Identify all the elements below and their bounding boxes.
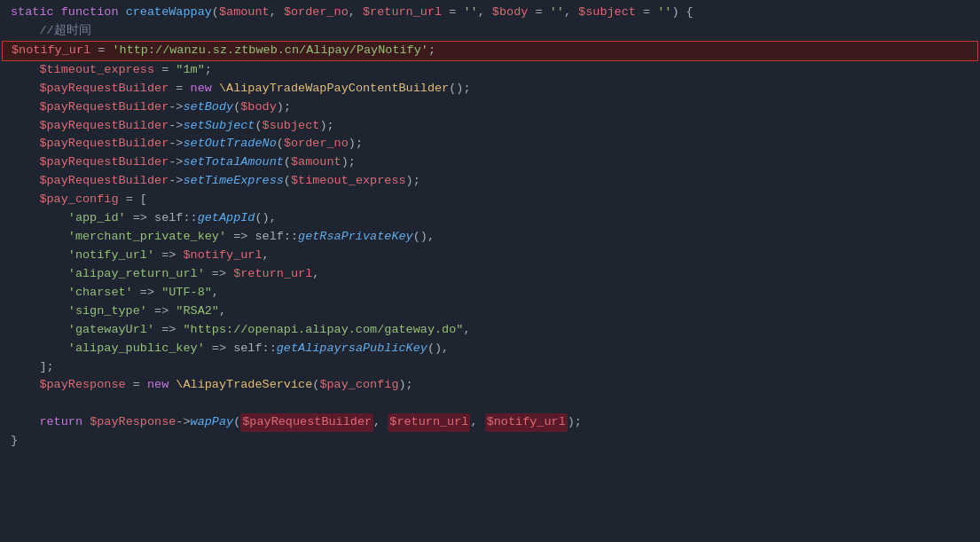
code-line-14: 'notify_url' => $notify_url, xyxy=(0,247,980,265)
code-line-19: 'alipay_public_key' => self::getAlipayrs… xyxy=(0,340,980,358)
highlighted-arg-1: $payRequestBuilder xyxy=(240,413,373,432)
code-line-5: $payRequestBuilder = new \AlipayTradeWap… xyxy=(0,80,980,98)
code-line-21: $payResponse = new \AlipayTradeService($… xyxy=(0,376,980,395)
code-line-13: 'merchant_private_key' => self::getRsaPr… xyxy=(0,228,980,247)
code-line-16: 'charset' => "UTF-8", xyxy=(0,284,980,302)
highlighted-arg-2: $return_url xyxy=(388,413,470,432)
function-name: createWappay xyxy=(126,4,212,22)
code-line-11: $pay_config = [ xyxy=(0,191,980,209)
highlighted-arg-3: $notify_url xyxy=(485,413,568,432)
code-line-6: $payRequestBuilder->setBody($body); xyxy=(0,98,980,117)
keyword-function: function xyxy=(61,4,126,22)
code-line-24: } xyxy=(0,432,980,451)
code-line-2: //超时间 xyxy=(0,22,980,41)
code-line-17: 'sign_type' => "RSA2", xyxy=(0,302,980,321)
code-line-15: 'alipay_return_url' => $return_url, xyxy=(0,265,980,284)
code-line-10: $payRequestBuilder->setTimeExpress($time… xyxy=(0,172,980,191)
code-line-22 xyxy=(0,395,980,413)
code-line-12: 'app_id' => self::getAppId(), xyxy=(0,209,980,228)
code-line-7: $payRequestBuilder->setSubject($subject)… xyxy=(0,117,980,136)
code-line-1: static function createWappay($amount, $o… xyxy=(0,4,980,22)
keyword-static: static xyxy=(11,4,61,22)
code-line-8: $payRequestBuilder->setOutTradeNo($order… xyxy=(0,135,980,153)
code-editor: static function createWappay($amount, $o… xyxy=(0,0,980,454)
code-line-20: ]; xyxy=(0,358,980,377)
code-line-18: 'gatewayUrl' => "https://openapi.alipay.… xyxy=(0,321,980,340)
code-line-4: $timeout_express = "1m"; xyxy=(0,61,980,80)
code-line-23: return $payResponse->wapPay($payRequestB… xyxy=(0,413,980,432)
code-line-3-highlighted: $notify_url = 'http://wanzu.sz.ztbweb.cn… xyxy=(2,41,978,61)
code-line-9: $payRequestBuilder->setTotalAmount($amou… xyxy=(0,153,980,172)
